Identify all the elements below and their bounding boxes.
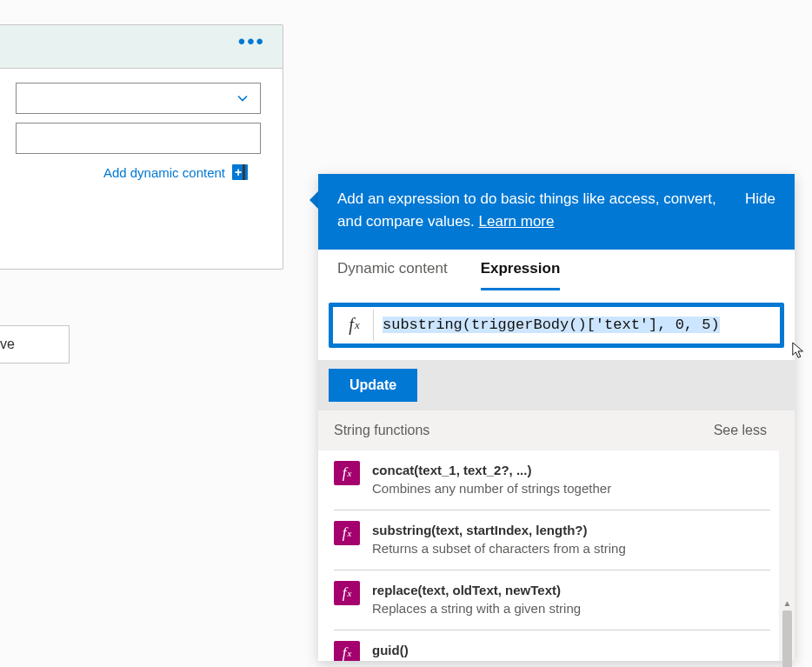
functions-section-title: String functions xyxy=(334,423,429,438)
functions-section-header: String functions See less xyxy=(318,410,795,450)
function-text: guid() xyxy=(372,641,409,661)
tab-expression[interactable]: Expression xyxy=(481,260,561,290)
chevron-down-icon xyxy=(234,90,251,107)
hide-link[interactable]: Hide xyxy=(745,188,775,210)
dropdown-field[interactable] xyxy=(16,83,261,114)
scrollbar[interactable]: ▲ xyxy=(779,428,795,661)
save-button-fragment[interactable]: ve xyxy=(0,325,70,364)
function-item[interactable]: fxguid() xyxy=(334,630,770,661)
function-text: replace(text, oldText, newText)Replaces … xyxy=(372,581,581,617)
tab-dynamic-content[interactable]: Dynamic content xyxy=(337,260,448,290)
function-item[interactable]: fxreplace(text, oldText, newText)Replace… xyxy=(334,570,770,630)
save-button-label: ve xyxy=(0,337,15,352)
action-card-header: ••• xyxy=(0,25,283,69)
fx-badge-icon: fx xyxy=(334,461,360,485)
function-text: concat(text_1, text_2?, ...)Combines any… xyxy=(372,461,611,497)
update-button[interactable]: Update xyxy=(329,369,417,402)
plus-icon: + xyxy=(232,164,248,180)
function-description: Replaces a string with a given string xyxy=(372,599,581,617)
panel-header-message: Add an expression to do basic things lik… xyxy=(337,188,728,234)
fx-badge-icon: fx xyxy=(334,641,360,661)
function-signature: concat(text_1, text_2?, ...) xyxy=(372,461,611,479)
fx-icon: fx xyxy=(336,310,374,341)
fx-badge-icon: fx xyxy=(334,581,360,605)
add-dynamic-content-row[interactable]: Add dynamic content + xyxy=(0,163,265,180)
function-text: substring(text, startIndex, length?)Retu… xyxy=(372,521,626,557)
function-signature: guid() xyxy=(372,641,409,659)
fx-badge-icon: fx xyxy=(334,521,360,545)
tabs: Dynamic content Expression xyxy=(318,250,795,290)
function-item[interactable]: fxconcat(text_1, text_2?, ...)Combines a… xyxy=(334,450,770,510)
function-signature: substring(text, startIndex, length?) xyxy=(372,521,626,539)
panel-header: Add an expression to do basic things lik… xyxy=(318,174,795,250)
see-less-link[interactable]: See less xyxy=(714,423,767,438)
function-signature: replace(text, oldText, newText) xyxy=(372,581,581,599)
scroll-up-icon[interactable]: ▲ xyxy=(782,598,792,608)
expression-editor-area: fx xyxy=(318,290,795,360)
function-description: Returns a subset of characters from a st… xyxy=(372,539,626,557)
action-card-body: Add dynamic content + xyxy=(0,69,283,187)
scroll-thumb[interactable] xyxy=(782,610,792,667)
expression-input[interactable] xyxy=(374,311,777,338)
expression-frame: fx xyxy=(329,303,784,348)
action-card: ••• Add dynamic content + xyxy=(0,24,283,270)
update-row: Update xyxy=(318,360,795,410)
function-description: Combines any number of strings together xyxy=(372,479,611,497)
expression-panel: Add an expression to do basic things lik… xyxy=(318,174,795,661)
functions-list: fxconcat(text_1, text_2?, ...)Combines a… xyxy=(318,450,795,661)
function-item[interactable]: fxsubstring(text, startIndex, length?)Re… xyxy=(334,510,770,570)
add-dynamic-content-label: Add dynamic content xyxy=(103,165,225,180)
text-field[interactable] xyxy=(16,123,261,154)
learn-more-link[interactable]: Learn more xyxy=(479,213,555,230)
